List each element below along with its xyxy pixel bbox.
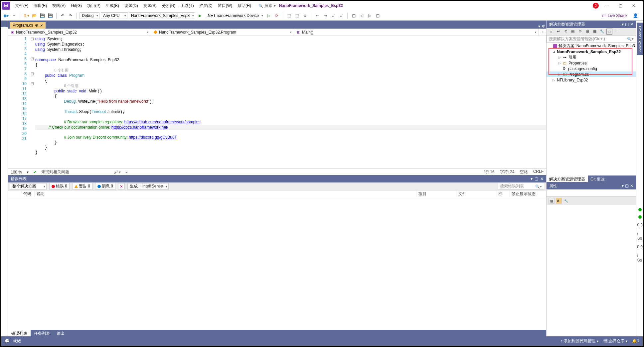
pane-pin-icon[interactable]: ▢	[625, 183, 629, 188]
pane-dropdown-icon[interactable]: ▾	[531, 176, 533, 181]
solution-explorer-header[interactable]: 解决方案资源管理器 ▾▢✕	[547, 21, 636, 28]
live-share-button[interactable]: ⮂ Live Share 👤	[602, 13, 641, 18]
error-list-columns[interactable]: 代码 说明 项目 文件 行 禁止显示状态	[8, 190, 546, 197]
tab-close-icon[interactable]: ✕	[40, 24, 43, 27]
account-icon[interactable]: 👤	[633, 13, 638, 18]
error-search-input[interactable]: 搜索错误列表 ▾	[498, 183, 544, 190]
config-combo[interactable]: Debug	[80, 12, 99, 19]
caret-col[interactable]: 字符: 24	[500, 169, 515, 175]
pane-close-icon[interactable]: ✕	[630, 183, 633, 188]
save-all-icon[interactable]: 💾	[47, 12, 54, 19]
filter-errors[interactable]: 错误 0	[49, 183, 70, 190]
close-button[interactable]: ✕	[629, 2, 639, 9]
pane-close-icon[interactable]: ✕	[630, 22, 633, 27]
menu-item[interactable]: 扩展(X)	[197, 2, 215, 10]
sol-back-icon[interactable]: ↩	[555, 29, 561, 35]
menu-item[interactable]: 分析(N)	[159, 2, 178, 10]
comment-icon[interactable]: //	[330, 12, 337, 19]
class-combo[interactable]: 🔶 NanoFramework_Samples_Esp32.Program	[151, 29, 294, 36]
nav-back-icon[interactable]: ◉▾	[3, 12, 9, 19]
device-explorer-tab[interactable]: Device Explorer	[637, 23, 643, 55]
menu-item[interactable]: 项目(P)	[84, 2, 103, 10]
error-list-header[interactable]: 错误列表 ▾▢✕	[8, 175, 546, 182]
sol-showall-icon[interactable]: ▦	[592, 29, 598, 35]
menu-item[interactable]: 帮助(H)	[235, 2, 254, 10]
indent-dec-icon[interactable]: ⇤	[314, 12, 321, 19]
indent-mode[interactable]: 空格	[520, 169, 528, 175]
col-supp[interactable]: 禁止显示状态	[510, 190, 546, 197]
tree-program-cs[interactable]: ▷C# Program.cs	[547, 71, 636, 77]
prop-wrench-icon[interactable]: 🔧	[563, 198, 569, 204]
tree-project[interactable]: ◢ NanoFramework_Samples_Esp32	[547, 49, 636, 55]
member-combo[interactable]: ◧ Main()	[294, 29, 539, 36]
solution-search-input[interactable]: 搜索解决方案资源管理器(Ctrl+;) ▾	[547, 35, 636, 43]
menu-item[interactable]: Git(G)	[68, 2, 84, 9]
pane-dropdown-icon[interactable]: ▾	[622, 22, 624, 27]
fold-column[interactable]: ⊟⊟⊟⊟	[29, 36, 35, 169]
platform-combo[interactable]: Any CPU	[101, 12, 127, 19]
error-scope-combo[interactable]: 整个解决方案	[10, 183, 47, 190]
tab-output[interactable]: 输出	[53, 330, 68, 336]
menu-item[interactable]: 测试(S)	[141, 2, 159, 10]
error-mode-combo[interactable]: 生成 + IntelliSense	[127, 183, 169, 190]
tab-error-list[interactable]: 错误列表	[8, 330, 31, 336]
step-icon[interactable]: ⬚	[286, 12, 292, 19]
notification-badge[interactable]: 2	[593, 3, 599, 9]
start-debug-icon[interactable]: ▶	[197, 12, 203, 19]
col-line[interactable]: 行	[496, 190, 510, 197]
tree-solution-root[interactable]: 🟪 解决方案 'NanoFramework_Samples_Esp3	[547, 43, 636, 49]
pane-pin-icon[interactable]: ▢	[535, 176, 538, 181]
step2-icon[interactable]: ⬚	[294, 12, 300, 19]
categorized-icon[interactable]: ▤	[549, 198, 555, 204]
menu-item[interactable]: 调试(D)	[122, 2, 141, 10]
col-project[interactable]: 项目	[416, 190, 456, 197]
sol-home-icon[interactable]: ⌂	[548, 29, 554, 35]
tab-program-cs[interactable]: Program.cs ⊕ ✕	[10, 22, 46, 29]
menu-item[interactable]: 编辑(E)	[31, 2, 50, 10]
filter-messages[interactable]: 消息 0	[95, 183, 115, 190]
properties-object-combo[interactable]	[547, 189, 636, 197]
code-content[interactable]: using System; using System.Diagnostics; …	[35, 36, 546, 169]
undo-icon[interactable]: ↶	[59, 12, 66, 19]
menu-item[interactable]: 工具(T)	[178, 2, 196, 10]
sol-more-icon[interactable]: ⋯	[614, 29, 620, 35]
split-icon[interactable]: ＋	[539, 29, 546, 36]
repo-select-button[interactable]: ▦ 选择仓库 ▴	[603, 338, 628, 344]
target-combo[interactable]: .NET nanoFramework Device	[205, 12, 264, 19]
title-search[interactable]: 搜索 ▾	[258, 3, 276, 9]
start-nodebug-icon[interactable]: ▷	[265, 12, 272, 19]
zoom-level[interactable]: 100 %	[11, 170, 22, 174]
bm-next-icon[interactable]: ▷	[366, 12, 373, 19]
menu-item[interactable]: 视图(V)	[50, 2, 68, 10]
col-code[interactable]: 代码	[21, 190, 35, 197]
tab-solution-explorer[interactable]: 解决方案资源管理器	[547, 175, 588, 182]
tree-nflibrary[interactable]: ▷ NFLibrary_Esp32	[547, 77, 636, 83]
tab-pin-icon[interactable]: ⊕	[35, 23, 38, 28]
pane-close-icon[interactable]: ✕	[540, 176, 544, 181]
pane-pin-icon[interactable]: ▢	[625, 22, 629, 27]
filter-warnings[interactable]: 警告 0	[72, 183, 92, 190]
bm-prev-icon[interactable]: ◁	[358, 12, 365, 19]
maximize-button[interactable]: ▢	[615, 2, 625, 9]
sol-sync-icon[interactable]: ⟲	[563, 29, 568, 35]
tree-references[interactable]: ▷⊶ 引用	[547, 55, 636, 60]
save-icon[interactable]: 💾	[39, 12, 46, 19]
bookmark-icon[interactable]: ▢	[350, 12, 357, 19]
col-desc[interactable]: 说明	[35, 190, 416, 197]
menu-item[interactable]: 窗口(W)	[215, 2, 235, 10]
uncomment-icon[interactable]: //	[338, 12, 345, 19]
open-icon[interactable]: 📂	[31, 12, 38, 19]
new-item-icon[interactable]: 🗎▾	[23, 12, 30, 19]
menu-item[interactable]: 生成(B)	[103, 2, 122, 10]
sol-preview-icon[interactable]: ▭	[606, 29, 612, 35]
pane-dropdown-icon[interactable]: ▾	[622, 183, 624, 188]
nav-fwd-icon[interactable]: •	[11, 12, 17, 19]
tree-packages-config[interactable]: ⚙ packages.config	[547, 66, 636, 71]
sol-tool1-icon[interactable]: ▤	[570, 29, 576, 35]
properties-header[interactable]: 属性 ▾▢✕	[547, 182, 636, 189]
scope-combo[interactable]: ▣ NanoFramework_Samples_Esp32	[8, 29, 151, 36]
indent-inc-icon[interactable]: ⇥	[322, 12, 329, 19]
notifications-button[interactable]: 🔔1	[632, 339, 639, 343]
feedback-icon[interactable]: 💬	[5, 339, 10, 343]
solution-tree[interactable]: 🟪 解决方案 'NanoFramework_Samples_Esp3 ◢ Nan…	[547, 43, 636, 175]
